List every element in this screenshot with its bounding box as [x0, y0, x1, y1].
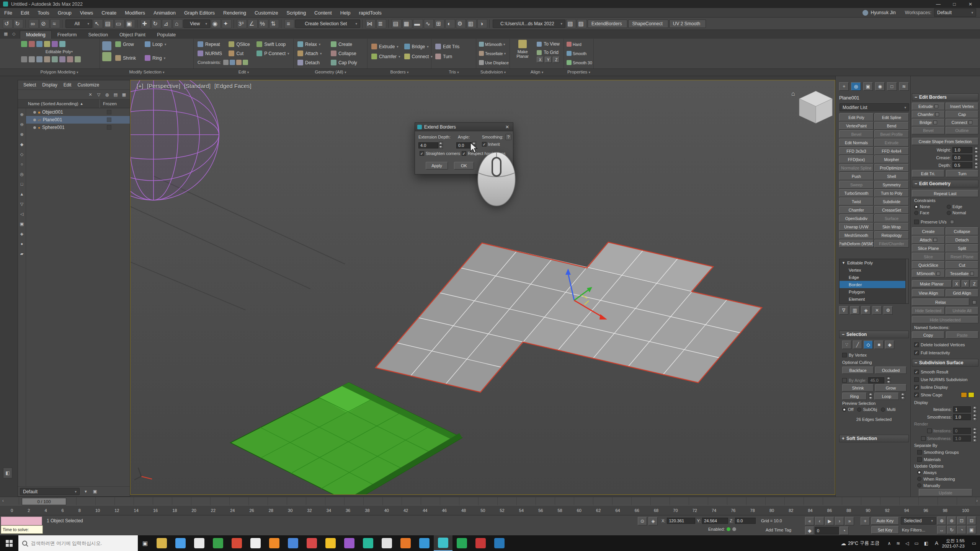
ribbon-button[interactable]: Relax▾: [296, 40, 328, 49]
modifier-button[interactable]: Fillet/Chamfer: [874, 240, 909, 248]
ime-indicator[interactable]: A: [935, 540, 938, 546]
curve-editor-icon[interactable]: ∿: [424, 19, 434, 28]
viewport-style-menu[interactable]: [Edged Faces]: [214, 83, 252, 89]
ref-coord-dropdown[interactable]: View▾: [183, 20, 210, 28]
ring-spinner[interactable]: [869, 393, 873, 400]
modifier-button[interactable]: FFD 3x3x3: [839, 147, 874, 155]
align-icon[interactable]: ≣: [376, 19, 386, 28]
subdiv-spinner[interactable]: [973, 406, 977, 413]
viewport-general-menu[interactable]: [+]: [137, 83, 143, 89]
border-mode-icon[interactable]: ◇: [864, 341, 873, 349]
use-center-icon[interactable]: ◉: [211, 19, 221, 28]
ribbon-button[interactable]: Extrude▾: [370, 42, 402, 51]
visibility-dot-icon[interactable]: [33, 111, 36, 114]
edit-geometry-button[interactable]: Unhide All: [946, 307, 978, 315]
set-keys-icon[interactable]: +: [861, 517, 870, 525]
isolate-selection-icon[interactable]: ⊙: [638, 517, 647, 525]
column-frozen[interactable]: Frozen: [100, 101, 130, 106]
field-of-view-icon[interactable]: ◔: [957, 526, 966, 534]
taskbar-app-icon[interactable]: [452, 535, 471, 551]
modifier-button[interactable]: FFD 4x4x4: [874, 147, 909, 155]
polygon-modeling-icon[interactable]: [52, 41, 58, 47]
tray-onedrive-icon[interactable]: ◧: [924, 541, 928, 546]
macro-uv2smooth-button[interactable]: UV 2 Smooth: [669, 20, 706, 28]
menu-item[interactable]: Create: [97, 10, 121, 16]
section-label[interactable]: Edit ▾: [194, 70, 294, 74]
show-end-result-icon[interactable]: ▥: [850, 306, 859, 315]
selection-set-combo[interactable]: Create Selection Set▾: [295, 20, 360, 28]
subdiv-field[interactable]: 1.0: [953, 435, 971, 442]
dialog-title-bar[interactable]: Extend Borders ✕: [415, 123, 513, 131]
make-planar-button[interactable]: Make Planar: [912, 280, 952, 287]
respect-hard-edges-checkbox[interactable]: [462, 151, 466, 156]
modifier-button[interactable]: MeshSmooth: [839, 231, 874, 239]
edit-borders-button[interactable]: Bridge: [912, 119, 945, 126]
display-shapes-icon[interactable]: ◇: [18, 149, 25, 159]
ribbon-tab[interactable]: Modeling: [20, 31, 52, 39]
toolbar-icon[interactable]: [62, 20, 64, 28]
modifier-list-dropdown[interactable]: Modifier List▾: [840, 103, 909, 111]
subobject-level-icon[interactable]: [29, 56, 35, 62]
modifier-button[interactable]: Bend: [874, 122, 909, 130]
next-frame-button[interactable]: ›: [835, 517, 844, 525]
explorer-settings-icon[interactable]: ▾: [82, 488, 89, 496]
option-checkbox[interactable]: [914, 393, 919, 397]
frozen-checkbox[interactable]: [107, 110, 111, 114]
frozen-checkbox[interactable]: [107, 125, 111, 130]
ribbon-button[interactable]: Cap Poly: [329, 58, 365, 67]
ribbon-button[interactable]: QSlice: [227, 40, 253, 49]
modifier-button[interactable]: Morpher: [874, 155, 909, 163]
menu-item[interactable]: Help: [336, 10, 355, 16]
display-bones-icon[interactable]: ▣: [18, 219, 25, 229]
display-groups-icon[interactable]: ▽: [18, 199, 25, 209]
maxscript-mini-listener[interactable]: [1, 517, 42, 525]
turn-button[interactable]: Turn: [946, 170, 978, 177]
stack-scrollbar[interactable]: [905, 259, 908, 303]
vertex-mode-icon[interactable]: ∵: [842, 341, 851, 349]
taskbar-app-icon[interactable]: [171, 535, 190, 551]
preview-selection-radio[interactable]: Off: [842, 407, 853, 412]
list-view-icon[interactable]: ▤: [112, 91, 119, 98]
subobject-level-icon[interactable]: [52, 56, 58, 62]
material-editor-icon[interactable]: ◐: [445, 19, 455, 28]
modifier-button[interactable]: FFD(box): [839, 155, 874, 163]
visibility-dot-icon[interactable]: [33, 126, 36, 129]
toolbar-icon[interactable]: [362, 20, 364, 28]
ribbon-button[interactable]: Repeat: [196, 40, 225, 49]
toolbar-icon[interactable]: [234, 20, 235, 28]
tray-network-icon[interactable]: ≋: [896, 541, 900, 546]
ribbon-button[interactable]: Use Displace: [479, 58, 510, 67]
subobject-level-icon[interactable]: [21, 56, 27, 62]
display-cameras-icon[interactable]: ◎: [18, 169, 25, 179]
select-none-icon[interactable]: ⊖: [18, 119, 25, 129]
edge-property-spinner[interactable]: [974, 154, 978, 161]
maximize-button[interactable]: □: [948, 2, 961, 7]
ribbon-button[interactable]: To Grid: [535, 48, 561, 57]
close-button[interactable]: ✕: [964, 2, 977, 7]
taskbar-app-icon[interactable]: [359, 535, 377, 551]
display-helpers-icon[interactable]: □: [18, 179, 25, 189]
straighten-corners-checkbox[interactable]: [420, 151, 424, 156]
scene-object-row[interactable]: ● Sphere001: [26, 124, 130, 131]
macro-shapeconnect-button[interactable]: ShapeConnect: [628, 20, 668, 28]
edit-geometry-button[interactable]: Detach: [946, 236, 978, 244]
detail-view-icon[interactable]: ▦: [121, 91, 127, 98]
stack-subobject-item[interactable]: Element: [840, 295, 908, 303]
selection-rollout-header[interactable]: −Selection: [839, 331, 909, 338]
modifier-button[interactable]: Subdivide: [874, 197, 909, 205]
zoom-region-icon[interactable]: ⊟: [967, 517, 976, 525]
preview-selection-radio[interactable]: SubObj: [857, 407, 877, 412]
modifier-button[interactable]: Unwrap UVW: [839, 223, 874, 231]
taskbar-app-icon[interactable]: [302, 535, 321, 551]
edit-geometry-button[interactable]: Split: [946, 244, 978, 252]
modifier-button[interactable]: Extrude: [874, 139, 909, 147]
tray-volume-icon[interactable]: ◁: [905, 541, 909, 546]
edit-borders-button[interactable]: Bevel: [912, 127, 945, 134]
maximize-viewport-icon[interactable]: ▣: [967, 526, 976, 534]
occluded-button[interactable]: Occluded: [875, 367, 906, 374]
configure-modifier-sets-icon[interactable]: ⚙: [884, 306, 893, 315]
taskbar-app-icon[interactable]: [227, 535, 246, 551]
current-frame-field[interactable]: 0: [815, 527, 839, 535]
planar-axis-button[interactable]: X: [953, 280, 960, 287]
remove-modifier-icon[interactable]: ✕: [872, 306, 882, 315]
